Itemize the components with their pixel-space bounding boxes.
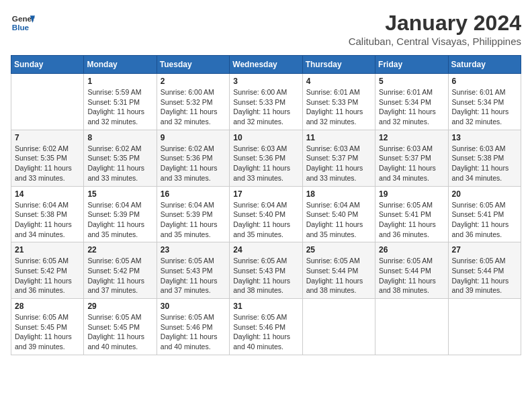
calendar-week-row: 21Sunrise: 6:05 AMSunset: 5:42 PMDayligh… (11, 242, 521, 299)
weekday-header-saturday: Saturday (448, 56, 521, 74)
location-title: Calituban, Central Visayas, Philippines (349, 36, 521, 47)
calendar-cell: 27Sunrise: 6:05 AMSunset: 5:44 PMDayligh… (448, 242, 521, 299)
weekday-header-sunday: Sunday (11, 56, 84, 74)
calendar-cell (11, 74, 84, 130)
day-info: Sunrise: 6:05 AMSunset: 5:45 PMDaylight:… (15, 312, 80, 352)
logo: General Blue (11, 11, 35, 35)
day-number: 4 (306, 77, 371, 86)
calendar-cell: 3Sunrise: 6:00 AMSunset: 5:33 PMDaylight… (230, 74, 302, 130)
day-info: Sunrise: 6:04 AMSunset: 5:38 PMDaylight:… (15, 200, 80, 240)
day-number: 15 (87, 189, 152, 199)
calendar-cell: 2Sunrise: 6:00 AMSunset: 5:32 PMDaylight… (157, 74, 229, 130)
day-info: Sunrise: 6:04 AMSunset: 5:40 PMDaylight:… (233, 200, 298, 240)
day-info: Sunrise: 6:01 AMSunset: 5:34 PMDaylight:… (452, 87, 517, 127)
day-number: 11 (306, 133, 371, 142)
day-number: 25 (306, 245, 371, 255)
calendar-cell (375, 299, 448, 355)
calendar-cell: 21Sunrise: 6:05 AMSunset: 5:42 PMDayligh… (11, 242, 84, 299)
day-info: Sunrise: 6:05 AMSunset: 5:44 PMDaylight:… (379, 256, 444, 295)
calendar-cell: 4Sunrise: 6:01 AMSunset: 5:33 PMDaylight… (302, 74, 375, 130)
day-info: Sunrise: 5:59 AMSunset: 5:31 PMDaylight:… (87, 87, 152, 127)
title-block: January 2024 Calituban, Central Visayas,… (349, 11, 521, 47)
calendar-table: SundayMondayTuesdayWednesdayThursdayFrid… (11, 55, 521, 355)
calendar-cell: 26Sunrise: 6:05 AMSunset: 5:44 PMDayligh… (375, 242, 448, 299)
day-number: 17 (233, 189, 298, 199)
day-info: Sunrise: 6:04 AMSunset: 5:39 PMDaylight:… (87, 200, 152, 240)
day-info: Sunrise: 6:05 AMSunset: 5:43 PMDaylight:… (161, 256, 226, 295)
calendar-cell (448, 299, 521, 355)
day-number: 28 (15, 302, 80, 311)
day-info: Sunrise: 6:04 AMSunset: 5:40 PMDaylight:… (306, 200, 371, 240)
calendar-cell: 20Sunrise: 6:05 AMSunset: 5:41 PMDayligh… (448, 186, 521, 242)
calendar-cell: 6Sunrise: 6:01 AMSunset: 5:34 PMDaylight… (448, 74, 521, 130)
day-info: Sunrise: 6:05 AMSunset: 5:46 PMDaylight:… (233, 312, 298, 352)
day-info: Sunrise: 6:01 AMSunset: 5:34 PMDaylight:… (379, 87, 444, 127)
calendar-cell: 15Sunrise: 6:04 AMSunset: 5:39 PMDayligh… (84, 186, 157, 242)
day-info: Sunrise: 6:04 AMSunset: 5:39 PMDaylight:… (161, 200, 226, 240)
day-number: 14 (15, 189, 80, 199)
calendar-cell: 11Sunrise: 6:03 AMSunset: 5:37 PMDayligh… (302, 130, 375, 186)
day-info: Sunrise: 6:02 AMSunset: 5:35 PMDaylight:… (87, 144, 152, 183)
weekday-header-tuesday: Tuesday (157, 56, 229, 74)
day-info: Sunrise: 6:00 AMSunset: 5:33 PMDaylight:… (233, 87, 298, 127)
day-info: Sunrise: 6:05 AMSunset: 5:41 PMDaylight:… (452, 200, 517, 240)
day-number: 9 (161, 133, 226, 142)
calendar-cell: 31Sunrise: 6:05 AMSunset: 5:46 PMDayligh… (230, 299, 302, 355)
month-title: January 2024 (349, 11, 521, 36)
calendar-cell: 7Sunrise: 6:02 AMSunset: 5:35 PMDaylight… (11, 130, 84, 186)
day-number: 16 (161, 189, 226, 199)
day-number: 27 (452, 245, 517, 255)
day-info: Sunrise: 6:03 AMSunset: 5:38 PMDaylight:… (452, 144, 517, 183)
day-number: 30 (161, 302, 226, 311)
weekday-header-friday: Friday (375, 56, 448, 74)
day-info: Sunrise: 6:05 AMSunset: 5:42 PMDaylight:… (15, 256, 80, 295)
day-info: Sunrise: 6:01 AMSunset: 5:33 PMDaylight:… (306, 87, 371, 127)
calendar-week-row: 14Sunrise: 6:04 AMSunset: 5:38 PMDayligh… (11, 186, 521, 242)
day-number: 20 (452, 189, 517, 199)
logo-icon: General Blue (11, 11, 35, 35)
calendar-week-row: 28Sunrise: 6:05 AMSunset: 5:45 PMDayligh… (11, 299, 521, 355)
calendar-cell: 9Sunrise: 6:02 AMSunset: 5:36 PMDaylight… (157, 130, 229, 186)
calendar-cell: 10Sunrise: 6:03 AMSunset: 5:36 PMDayligh… (230, 130, 302, 186)
day-number: 2 (161, 77, 226, 86)
day-number: 10 (233, 133, 298, 142)
day-number: 29 (87, 302, 152, 311)
day-info: Sunrise: 6:05 AMSunset: 5:45 PMDaylight:… (87, 312, 152, 352)
day-number: 19 (379, 189, 444, 199)
page-header: General Blue January 2024 Calituban, Cen… (11, 11, 521, 47)
calendar-cell: 8Sunrise: 6:02 AMSunset: 5:35 PMDaylight… (84, 130, 157, 186)
day-number: 1 (87, 77, 152, 86)
svg-text:Blue: Blue (12, 23, 30, 32)
calendar-cell (302, 299, 375, 355)
day-number: 12 (379, 133, 444, 142)
calendar-week-row: 7Sunrise: 6:02 AMSunset: 5:35 PMDaylight… (11, 130, 521, 186)
day-number: 6 (452, 77, 517, 86)
day-info: Sunrise: 6:03 AMSunset: 5:37 PMDaylight:… (379, 144, 444, 183)
day-info: Sunrise: 6:00 AMSunset: 5:32 PMDaylight:… (161, 87, 226, 127)
calendar-cell: 19Sunrise: 6:05 AMSunset: 5:41 PMDayligh… (375, 186, 448, 242)
day-info: Sunrise: 6:05 AMSunset: 5:44 PMDaylight:… (452, 256, 517, 295)
day-info: Sunrise: 6:05 AMSunset: 5:44 PMDaylight:… (306, 256, 371, 295)
calendar-cell: 29Sunrise: 6:05 AMSunset: 5:45 PMDayligh… (84, 299, 157, 355)
day-number: 13 (452, 133, 517, 142)
weekday-header-wednesday: Wednesday (230, 56, 302, 74)
calendar-cell: 18Sunrise: 6:04 AMSunset: 5:40 PMDayligh… (302, 186, 375, 242)
calendar-cell: 13Sunrise: 6:03 AMSunset: 5:38 PMDayligh… (448, 130, 521, 186)
calendar-cell: 30Sunrise: 6:05 AMSunset: 5:46 PMDayligh… (157, 299, 229, 355)
calendar-cell: 23Sunrise: 6:05 AMSunset: 5:43 PMDayligh… (157, 242, 229, 299)
weekday-header-thursday: Thursday (302, 56, 375, 74)
day-number: 24 (233, 245, 298, 255)
day-number: 8 (87, 133, 152, 142)
calendar-cell: 16Sunrise: 6:04 AMSunset: 5:39 PMDayligh… (157, 186, 229, 242)
day-info: Sunrise: 6:05 AMSunset: 5:46 PMDaylight:… (161, 312, 226, 352)
day-info: Sunrise: 6:05 AMSunset: 5:43 PMDaylight:… (233, 256, 298, 295)
day-info: Sunrise: 6:02 AMSunset: 5:35 PMDaylight:… (15, 144, 80, 183)
calendar-cell: 25Sunrise: 6:05 AMSunset: 5:44 PMDayligh… (302, 242, 375, 299)
day-number: 5 (379, 77, 444, 86)
calendar-cell: 28Sunrise: 6:05 AMSunset: 5:45 PMDayligh… (11, 299, 84, 355)
day-number: 3 (233, 77, 298, 86)
day-number: 18 (306, 189, 371, 199)
day-number: 7 (15, 133, 80, 142)
day-info: Sunrise: 6:05 AMSunset: 5:41 PMDaylight:… (379, 200, 444, 240)
calendar-cell: 17Sunrise: 6:04 AMSunset: 5:40 PMDayligh… (230, 186, 302, 242)
